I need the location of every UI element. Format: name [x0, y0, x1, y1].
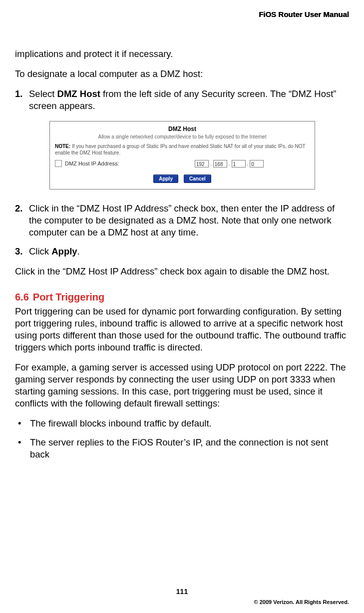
step-text-post: .: [77, 246, 80, 256]
step-number: 1.: [15, 88, 29, 112]
page-content: implications and protect it if necessary…: [15, 48, 350, 468]
copyright-text: © 2009 Verizon. All Rights Reserved.: [254, 599, 350, 605]
intro-paragraph-2: To designate a local computer as a DMZ h…: [15, 68, 350, 80]
step-body: Select DMZ Host from the left side of an…: [29, 88, 350, 112]
ip-octet-1[interactable]: 192: [195, 160, 209, 168]
step-2: 2. Click in the “DMZ Host IP Address” ch…: [15, 202, 350, 238]
ip-octet-2[interactable]: 168: [213, 160, 227, 168]
dmz-row-label: DMZ Host IP Address:: [65, 160, 195, 167]
step-text-bold: DMZ Host: [57, 88, 100, 99]
step-text-pre: Click: [29, 246, 51, 256]
dmz-ip-row: DMZ Host IP Address: 192. 168. 1. 0: [55, 160, 310, 168]
ip-dot: .: [247, 160, 249, 168]
figure-note-text: If you have purchased a group of Static …: [55, 144, 305, 156]
bullet-item: • The server replies to the FiOS Router’…: [15, 436, 350, 460]
after-steps-paragraph: Click in the “DMZ Host IP Address” check…: [15, 266, 350, 278]
page-number: 111: [0, 588, 364, 596]
figure-buttons: Apply Cancel: [55, 174, 310, 183]
bullet-text: The firewall blocks inbound traffic by d…: [30, 418, 350, 430]
figure-container: DMZ Host Allow a single networked comput…: [15, 121, 350, 190]
figure-note: NOTE: If you have purchased a group of S…: [55, 143, 310, 156]
steps-list: 1. Select DMZ Host from the left side of…: [15, 88, 350, 112]
step-number: 3.: [15, 246, 29, 258]
figure-title: DMZ Host: [55, 126, 310, 134]
bullet-item: • The firewall blocks inbound traffic by…: [15, 418, 350, 430]
pt-paragraph-2: For example, a gaming server is accessed…: [15, 362, 350, 410]
section-title: Port Triggering: [33, 292, 104, 302]
bullet-text: The server replies to the FiOS Router’s …: [30, 436, 350, 460]
pt-paragraph-1: Port triggering can be used for dynamic …: [15, 306, 350, 354]
apply-button[interactable]: Apply: [153, 174, 178, 183]
step-body: Click in the “DMZ Host IP Address” check…: [29, 202, 350, 238]
bullet-icon: •: [15, 436, 30, 460]
bullet-icon: •: [15, 418, 30, 430]
step-3: 3. Click Apply.: [15, 246, 350, 258]
figure-note-label: NOTE:: [55, 144, 70, 149]
section-heading: 6.6Port Triggering: [15, 290, 350, 304]
ip-dot: .: [229, 160, 230, 168]
ip-input-group: 192. 168. 1. 0: [195, 160, 264, 168]
step-body: Click Apply.: [29, 246, 350, 258]
intro-paragraph-1: implications and protect it if necessary…: [15, 48, 350, 60]
steps-list-cont: 2. Click in the “DMZ Host IP Address” ch…: [15, 202, 350, 258]
dmz-host-screenshot: DMZ Host Allow a single networked comput…: [49, 121, 315, 190]
ip-octet-4[interactable]: 0: [250, 160, 264, 168]
step-number: 2.: [15, 202, 29, 238]
dmz-checkbox[interactable]: [55, 160, 62, 167]
cancel-button[interactable]: Cancel: [184, 174, 211, 183]
section-number: 6.6: [15, 292, 29, 302]
ip-dot: .: [210, 160, 212, 168]
bullet-list: • The firewall blocks inbound traffic by…: [15, 418, 350, 460]
page-header-title: FiOS Router User Manual: [259, 10, 349, 18]
step-1: 1. Select DMZ Host from the left side of…: [15, 88, 350, 112]
step-text-bold: Apply: [51, 246, 77, 256]
step-text-pre: Select: [29, 88, 57, 99]
figure-subtitle: Allow a single networked computer/device…: [55, 134, 310, 140]
ip-octet-3[interactable]: 1: [232, 160, 246, 168]
